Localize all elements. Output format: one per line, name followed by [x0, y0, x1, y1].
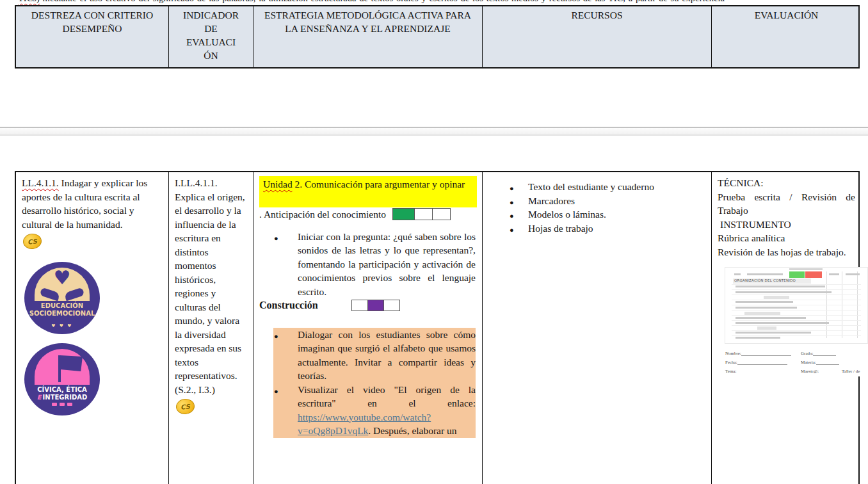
page-separator [0, 127, 868, 136]
header-label: ESTRATEGIA METODOLÓGICA ACTIVA PARA LA E… [264, 10, 471, 34]
plan-header-table: DESTREZA CON CRITERIO DESEMPEÑO INDICADO… [15, 5, 860, 69]
form-label: Grado: [801, 351, 813, 356]
list-item: Hojas de trabajo [488, 222, 705, 236]
list-item: Texto del estudiante y cuaderno [488, 180, 705, 194]
heart-icon: ♥ [54, 268, 71, 288]
rubric-image[interactable]: ORGANIZACIÓN DEL CONTENIDO Nombre: Grado… [725, 268, 867, 376]
form-label: Fecha: [725, 360, 737, 365]
cell-indicador: I.LL.4.1.1. Explica el origen, el desarr… [169, 172, 253, 484]
cs-badge-icon: CS [175, 398, 195, 415]
flagpole-icon [58, 355, 61, 382]
recursos-list: Texto del estudiante y cuaderno Marcador… [488, 180, 705, 235]
curriculum-badges: ♥ EDUCACIÓN SOCIOEMOCIONAL ♥ ♥ ♥ CÍVICA,… [22, 262, 163, 415]
indicador-text: I.LL.4.1.1. Explica el origen, el desarr… [175, 176, 247, 396]
badge-arch: ♥ [35, 268, 90, 301]
form-label: Taller / de [842, 369, 860, 374]
tecnica-value: Prueba escrita / Revisión de Trabajo [718, 190, 855, 218]
header-cell-destreza: DESTREZA CON CRITERIO DESEMPEÑO [16, 6, 169, 67]
cs-badge-label: CS [181, 403, 191, 410]
cell-evaluacion: TÉCNICA: Prueba escrita / Revisión de Tr… [712, 172, 861, 484]
cell-estrategia: Unidad 2. Comunicación para argumentar y… [253, 172, 483, 484]
item-text: Dialogar con los estudiantes sobre cómo … [298, 329, 476, 382]
rubric-green-cell [789, 271, 805, 278]
construccion-list: Dialogar con los estudiantes sobre cómo … [259, 328, 476, 438]
rubric-form-fields: Nombre: Grado: Fecha: Materia: Tema: Mae… [725, 348, 867, 376]
badge-title-line: SOCIOEMOCIONAL [24, 310, 100, 318]
header-label: DESTREZA CON CRITERIO DESEMPEÑO [31, 10, 153, 34]
list-item: Marcadores [488, 194, 705, 208]
destreza-text: LL.4.1.1. Indagar y explicar los aportes… [22, 176, 163, 231]
clipped-paragraph-text: mediante el uso creativo del significado… [18, 0, 725, 5]
badge-title-part: INTEGRIDAD [43, 394, 88, 401]
rubric-red-cell [805, 271, 822, 278]
unit-word: Unidad [263, 179, 293, 190]
evaluacion-note: Revisión de las hojas de trabajo. [718, 245, 855, 259]
hand-icon [40, 287, 61, 302]
unit-title-highlight: Unidad 2. Comunicación para argumentar y… [259, 176, 477, 207]
clipped-paragraph: TICs) mediante el uso creativo del signi… [18, 0, 725, 5]
anticipacion-label: . Anticipación del conocimiento [259, 207, 386, 222]
header-cell-evaluacion: EVALUACIÓN [712, 6, 861, 67]
anticipacion-line: . Anticipación del conocimiento [259, 207, 476, 222]
flag-icon [60, 355, 83, 371]
badge-arch [35, 349, 90, 385]
plan-content-table: LL.4.1.1. Indagar y explicar los aportes… [15, 171, 860, 484]
hearts-row-icon: ♥ ♥ ♥ [24, 319, 100, 334]
construccion-line: Construcción [259, 298, 476, 312]
header-cell-estrategia: ESTRATEGIA METODOLÓGICA ACTIVA PARA LA E… [253, 6, 483, 67]
list-item: Dialogar con los estudiantes sobre cómo … [273, 328, 476, 383]
dashes-row-icon [24, 403, 100, 406]
badge-title-line: CÍVICA, ÉTICA [24, 386, 100, 394]
header-cell-recursos: RECURSOS [483, 6, 712, 67]
cell-destreza: LL.4.1.1. Indagar y explicar los aportes… [16, 172, 169, 484]
destreza-code: LL.4.1.1. [22, 177, 59, 188]
cs-badge-icon: CS [22, 233, 42, 250]
rubric-mini-table: ORGANIZACIÓN DEL CONTENIDO [725, 268, 867, 343]
form-label: Nombre: [725, 351, 741, 356]
badge-title: EDUCACIÓN SOCIOEMOCIONAL [24, 302, 100, 318]
list-item: Iniciar con la pregunta: ¿qué saben sobr… [259, 230, 476, 299]
header-label: INDICADOR DE EVALUACIÓN [183, 8, 239, 62]
form-label: Maestr@: [801, 369, 819, 374]
badge-title-line: EDUCACIÓN [24, 302, 100, 310]
tecnica-label: TÉCNICA: [718, 176, 855, 190]
item-text: Visualizar el video "El origen de la esc… [298, 384, 476, 409]
cell-recursos: Texto del estudiante y cuaderno Marcador… [483, 172, 712, 484]
list-item: Visualizar el video "El origen de la esc… [273, 383, 476, 438]
badge-educacion-socioemocional: ♥ EDUCACIÓN SOCIOEMOCIONAL ♥ ♥ ♥ [24, 262, 100, 334]
rubric-title: ORGANIZACIÓN DEL CONTENIDO [734, 278, 796, 282]
progress-bar-anticipacion [392, 208, 451, 220]
cs-badge-label: CS [28, 238, 38, 245]
badge-title: CÍVICA, ÉTICA EINTEGRIDAD [24, 386, 100, 401]
item-text: . Después, elaborar un [368, 425, 456, 436]
form-label: Tema: [725, 369, 736, 374]
badge-civica-etica-integridad: CÍVICA, ÉTICA EINTEGRIDAD [24, 343, 100, 415]
badge-e: E [37, 394, 42, 401]
progress-bar-construccion [351, 300, 400, 311]
header-label: RECURSOS [571, 10, 622, 20]
badge-title-line: EINTEGRIDAD [24, 394, 100, 401]
hand-icon [64, 287, 85, 302]
form-label: Materia: [801, 360, 816, 365]
instrumento-label: INSTRUMENTO [718, 218, 855, 232]
misspelled-word: TICs) [18, 0, 40, 3]
anticipacion-list: Iniciar con la pregunta: ¿qué saben sobr… [259, 230, 476, 299]
header-cell-indicador: INDICADOR DE EVALUACIÓN [169, 6, 253, 67]
instrumento-value: Rúbrica analítica [718, 231, 855, 245]
header-label: EVALUACIÓN [755, 10, 819, 20]
construccion-label: Construcción [259, 298, 318, 312]
unit-title-rest: 2. Comunicación para argumentar y opinar [293, 179, 465, 190]
list-item: Modelos o láminas. [488, 207, 705, 222]
